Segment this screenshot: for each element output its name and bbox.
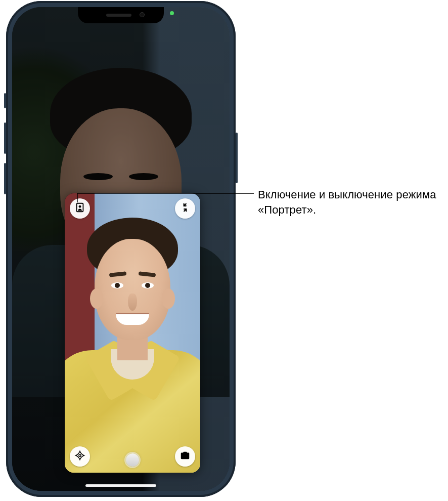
portrait-icon	[74, 202, 85, 215]
camera-privacy-indicator	[170, 11, 174, 15]
screen	[12, 7, 230, 491]
mute-switch	[4, 93, 6, 108]
notch	[78, 7, 164, 23]
phone-frame	[6, 1, 236, 497]
earpiece-speaker	[106, 14, 131, 17]
switch-camera-icon	[180, 450, 191, 463]
shrink-icon	[180, 202, 191, 215]
power-button	[236, 133, 238, 183]
svg-point-2	[79, 454, 81, 456]
front-camera	[140, 12, 145, 17]
zoom-toggle-button[interactable]	[126, 453, 139, 467]
effects-icon	[74, 450, 85, 463]
svg-point-1	[79, 205, 81, 208]
portrait-mode-button[interactable]	[70, 198, 90, 219]
effects-button[interactable]	[70, 446, 90, 467]
volume-down-button	[4, 163, 6, 194]
volume-up-button	[4, 122, 6, 154]
self-view-pip[interactable]	[65, 193, 200, 473]
callout-text: Включение и выключение режима «Портрет».	[258, 187, 440, 217]
home-indicator[interactable]	[85, 484, 156, 487]
minimize-pip-button[interactable]	[175, 198, 195, 219]
switch-camera-button[interactable]	[175, 446, 195, 467]
